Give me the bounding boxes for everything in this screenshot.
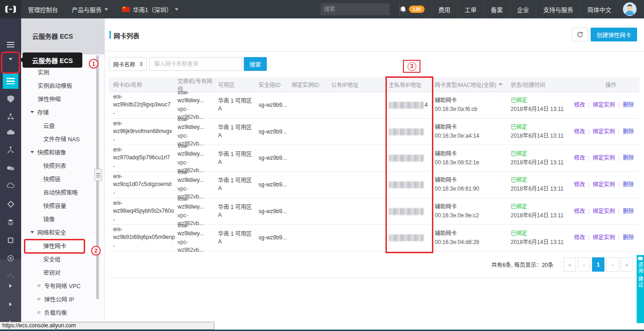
sidebar-item[interactable]: 快照容量 bbox=[21, 199, 104, 212]
security-shield-icon[interactable] bbox=[0, 94, 21, 104]
record-circle-icon[interactable] bbox=[0, 254, 21, 263]
created-time: 2018年6月14日 13:11 bbox=[511, 212, 568, 220]
cell-line1: eni-wz99sfb22rj9gvp3wuc7 bbox=[113, 93, 173, 109]
rail-expand-chevron-icon[interactable] bbox=[0, 300, 21, 309]
modify-link[interactable]: 修改 bbox=[574, 208, 585, 215]
refresh-button[interactable] bbox=[572, 28, 588, 41]
sidebar-item[interactable]: 密钥对 bbox=[21, 266, 104, 279]
bind-instance-link[interactable]: 绑定实例 bbox=[593, 128, 615, 136]
cloud-icon[interactable] bbox=[0, 128, 21, 137]
sidebar-nav: 实例实例启动模板弹性伸缩存储云盘文件存储 NAS快照和镜像快照列表快照链自动快照… bbox=[21, 54, 104, 319]
branch-icon[interactable] bbox=[0, 271, 21, 280]
scan-frame-icon[interactable] bbox=[0, 236, 21, 245]
redacted-ip bbox=[389, 102, 424, 109]
user-avatar[interactable] bbox=[623, 2, 637, 16]
first-page-button[interactable]: « bbox=[564, 257, 576, 272]
layers-icon[interactable] bbox=[0, 218, 21, 227]
modify-link[interactable]: 修改 bbox=[574, 154, 585, 162]
private-ip-cell bbox=[384, 155, 430, 162]
bind-instance-link[interactable]: 绑定实例 bbox=[593, 181, 615, 189]
delete-link[interactable]: 删除 bbox=[623, 128, 634, 136]
sidebar-item-label: 自动快照策略 bbox=[43, 188, 78, 197]
sidebar-item[interactable]: 安全组 bbox=[21, 252, 104, 266]
action-separator: | bbox=[618, 128, 620, 136]
zone-cell: 华南 1 可用区 A bbox=[213, 177, 254, 192]
topbar-item-support[interactable]: 支持与服务 bbox=[536, 0, 580, 18]
bind-instance-link[interactable]: 绑定实例 bbox=[593, 154, 615, 162]
delete-link[interactable]: 删除 bbox=[623, 208, 634, 215]
bell-icon bbox=[400, 6, 407, 13]
page-1-button[interactable]: 1 bbox=[592, 257, 604, 272]
sidebar-item[interactable]: 自动快照策略 bbox=[21, 186, 104, 199]
modify-link[interactable]: 修改 bbox=[574, 181, 585, 189]
cell-line1: eni-wz96jk9rvofmxn68mvgx bbox=[113, 120, 173, 135]
delete-link[interactable]: 删除 bbox=[623, 234, 634, 242]
topology-icon[interactable] bbox=[0, 145, 21, 154]
china-flag-icon: ★ bbox=[122, 7, 130, 12]
sidebar-item-label: 存储 bbox=[37, 108, 49, 116]
delete-link[interactable]: 删除 bbox=[623, 101, 634, 109]
col-header-7[interactable]: 网卡类型/MAC地址(全部) bbox=[430, 81, 506, 88]
sidebar-item[interactable]: 弹性公网 IP bbox=[21, 292, 104, 306]
chat-bubble-icon bbox=[638, 257, 643, 260]
annotation-step-1: 1 bbox=[89, 59, 98, 69]
ecs-product-icon[interactable] bbox=[3, 73, 18, 89]
sidebar-item[interactable]: 镜像 bbox=[21, 212, 104, 226]
products-label: 产品与服务 bbox=[72, 5, 102, 14]
hybrid-cloud-icon[interactable] bbox=[0, 163, 21, 173]
topbar-item-language[interactable]: 简体中文 bbox=[580, 0, 618, 18]
create-eni-button[interactable]: 创建弹性网卡 bbox=[591, 28, 637, 41]
modify-link[interactable]: 修改 bbox=[574, 128, 585, 136]
sidebar-item[interactable]: 存储 bbox=[21, 105, 104, 119]
filter-input[interactable] bbox=[150, 57, 242, 71]
search-button[interactable]: 搜索 bbox=[244, 57, 267, 71]
cell-line2: - bbox=[113, 216, 173, 224]
sidebar-item[interactable]: 弹性伸缩 bbox=[21, 92, 104, 105]
topbar-item-icp-filing[interactable]: 备案 bbox=[483, 0, 510, 18]
delete-link[interactable]: 删除 bbox=[623, 181, 634, 189]
console-home-link[interactable]: 管理控制台 bbox=[21, 0, 65, 18]
private-ip-cell: 4 bbox=[384, 101, 430, 109]
bind-instance-link[interactable]: 绑定实例 bbox=[593, 101, 615, 109]
private-ip-cell bbox=[384, 234, 430, 241]
cloud-outline-icon[interactable] bbox=[0, 181, 21, 190]
sidebar-item[interactable]: 快照列表 bbox=[21, 159, 104, 172]
delete-link[interactable]: 删除 bbox=[623, 154, 634, 162]
sidebar-item[interactable]: 快照和镜像 bbox=[21, 145, 104, 159]
next-page-button[interactable]: › bbox=[606, 257, 619, 272]
rail-collapse-caret-icon[interactable] bbox=[0, 55, 21, 64]
products-menu[interactable]: 产品与服务 bbox=[65, 0, 115, 18]
topbar-item-enterprise[interactable]: 企业 bbox=[510, 0, 536, 18]
mac-filter-caret-icon[interactable] bbox=[499, 83, 502, 87]
search-input[interactable] bbox=[321, 6, 399, 12]
rail-expand-chevron-icon[interactable] bbox=[0, 281, 21, 290]
sidebar-item[interactable]: 文件存储 NAS bbox=[21, 132, 104, 145]
sidebar-item[interactable]: 云盘 bbox=[21, 119, 104, 132]
topbar-item-work-order[interactable]: 工单 bbox=[457, 0, 483, 18]
status-cell: 已绑定2018年6月14日 13:11 bbox=[506, 150, 568, 167]
sidebar-item[interactable]: 快照链 bbox=[21, 172, 104, 186]
bind-instance-link[interactable]: 绑定实例 bbox=[593, 234, 615, 242]
notifications-button[interactable]: 139 bbox=[400, 6, 425, 13]
sidebar-item[interactable]: 实例启动模板 bbox=[21, 79, 104, 92]
modify-link[interactable]: 修改 bbox=[574, 101, 585, 109]
ip-visible-suffix: 4 bbox=[425, 101, 428, 109]
diamond-icon[interactable] bbox=[0, 199, 21, 209]
topbar-item-billing[interactable]: 费用 bbox=[431, 0, 457, 18]
bind-instance-link[interactable]: 绑定实例 bbox=[593, 208, 615, 215]
sidebar-collapse-handle[interactable] bbox=[94, 169, 102, 181]
sidebar-item[interactable]: 专有网络 VPC bbox=[21, 279, 104, 292]
filter-field-select[interactable]: 网卡名称 bbox=[109, 57, 147, 71]
feedback-tab[interactable]: 咨询·建议 bbox=[637, 255, 644, 323]
sidebar-item[interactable]: 负载均衡 bbox=[21, 306, 104, 319]
prev-page-button[interactable]: ‹ bbox=[578, 257, 590, 272]
region-selector[interactable]: ★ 华南1（深圳） bbox=[115, 0, 185, 18]
modify-link[interactable]: 修改 bbox=[574, 234, 585, 242]
sidebar-item-label: 镜像 bbox=[43, 215, 55, 223]
network-nodes-icon[interactable] bbox=[0, 112, 21, 121]
menu-hamburger-icon[interactable] bbox=[0, 40, 21, 49]
last-page-button[interactable]: » bbox=[621, 257, 633, 272]
cell-line1: vsw-wz9ldiwy... bbox=[178, 116, 213, 131]
aliyun-logo-icon[interactable] bbox=[0, 0, 21, 18]
sidebar-item[interactable]: 网络和安全 bbox=[21, 226, 104, 239]
